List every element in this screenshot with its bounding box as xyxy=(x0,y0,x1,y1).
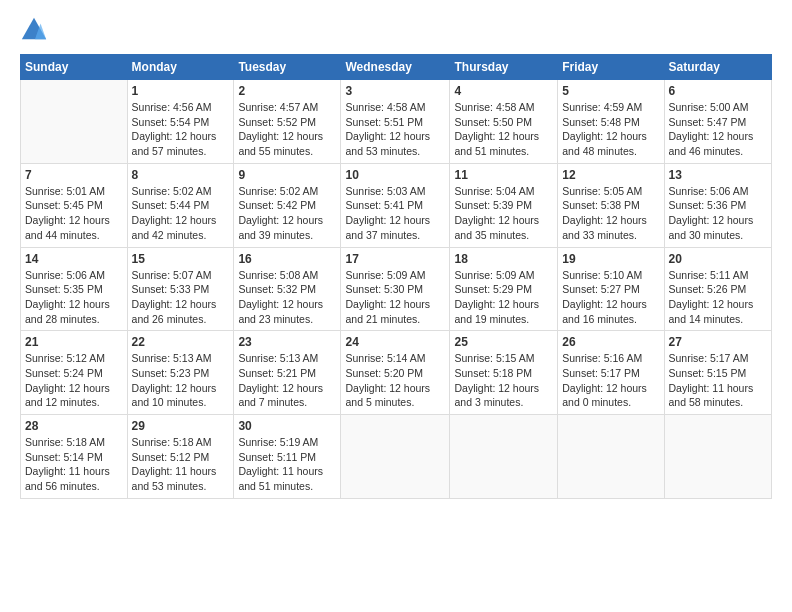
day-number: 25 xyxy=(454,335,553,349)
calendar-cell: 13Sunrise: 5:06 AM Sunset: 5:36 PM Dayli… xyxy=(664,163,771,247)
calendar-cell xyxy=(450,415,558,499)
calendar-cell: 7Sunrise: 5:01 AM Sunset: 5:45 PM Daylig… xyxy=(21,163,128,247)
day-info: Sunrise: 5:07 AM Sunset: 5:33 PM Dayligh… xyxy=(132,268,230,327)
day-info: Sunrise: 5:01 AM Sunset: 5:45 PM Dayligh… xyxy=(25,184,123,243)
logo-icon xyxy=(20,16,48,44)
calendar-cell: 23Sunrise: 5:13 AM Sunset: 5:21 PM Dayli… xyxy=(234,331,341,415)
calendar-week-row: 21Sunrise: 5:12 AM Sunset: 5:24 PM Dayli… xyxy=(21,331,772,415)
day-number: 29 xyxy=(132,419,230,433)
day-number: 1 xyxy=(132,84,230,98)
day-number: 9 xyxy=(238,168,336,182)
day-info: Sunrise: 5:19 AM Sunset: 5:11 PM Dayligh… xyxy=(238,435,336,494)
page: SundayMondayTuesdayWednesdayThursdayFrid… xyxy=(0,0,792,612)
day-number: 30 xyxy=(238,419,336,433)
calendar-cell: 5Sunrise: 4:59 AM Sunset: 5:48 PM Daylig… xyxy=(558,80,664,164)
calendar-week-row: 28Sunrise: 5:18 AM Sunset: 5:14 PM Dayli… xyxy=(21,415,772,499)
day-number: 2 xyxy=(238,84,336,98)
day-info: Sunrise: 5:18 AM Sunset: 5:14 PM Dayligh… xyxy=(25,435,123,494)
calendar-cell: 24Sunrise: 5:14 AM Sunset: 5:20 PM Dayli… xyxy=(341,331,450,415)
day-number: 14 xyxy=(25,252,123,266)
day-info: Sunrise: 5:02 AM Sunset: 5:42 PM Dayligh… xyxy=(238,184,336,243)
calendar-cell: 9Sunrise: 5:02 AM Sunset: 5:42 PM Daylig… xyxy=(234,163,341,247)
calendar-week-row: 14Sunrise: 5:06 AM Sunset: 5:35 PM Dayli… xyxy=(21,247,772,331)
day-info: Sunrise: 5:05 AM Sunset: 5:38 PM Dayligh… xyxy=(562,184,659,243)
calendar-table: SundayMondayTuesdayWednesdayThursdayFrid… xyxy=(20,54,772,499)
calendar-cell: 22Sunrise: 5:13 AM Sunset: 5:23 PM Dayli… xyxy=(127,331,234,415)
calendar-cell: 21Sunrise: 5:12 AM Sunset: 5:24 PM Dayli… xyxy=(21,331,128,415)
calendar-cell: 28Sunrise: 5:18 AM Sunset: 5:14 PM Dayli… xyxy=(21,415,128,499)
day-info: Sunrise: 5:18 AM Sunset: 5:12 PM Dayligh… xyxy=(132,435,230,494)
day-number: 16 xyxy=(238,252,336,266)
calendar-cell: 29Sunrise: 5:18 AM Sunset: 5:12 PM Dayli… xyxy=(127,415,234,499)
day-info: Sunrise: 5:09 AM Sunset: 5:29 PM Dayligh… xyxy=(454,268,553,327)
header xyxy=(20,16,772,44)
day-info: Sunrise: 5:17 AM Sunset: 5:15 PM Dayligh… xyxy=(669,351,767,410)
calendar-cell: 30Sunrise: 5:19 AM Sunset: 5:11 PM Dayli… xyxy=(234,415,341,499)
calendar-day-header: Thursday xyxy=(450,55,558,80)
calendar-cell: 26Sunrise: 5:16 AM Sunset: 5:17 PM Dayli… xyxy=(558,331,664,415)
calendar-day-header: Friday xyxy=(558,55,664,80)
day-number: 6 xyxy=(669,84,767,98)
calendar-cell: 20Sunrise: 5:11 AM Sunset: 5:26 PM Dayli… xyxy=(664,247,771,331)
calendar-cell: 8Sunrise: 5:02 AM Sunset: 5:44 PM Daylig… xyxy=(127,163,234,247)
calendar-day-header: Tuesday xyxy=(234,55,341,80)
day-number: 28 xyxy=(25,419,123,433)
calendar-cell: 12Sunrise: 5:05 AM Sunset: 5:38 PM Dayli… xyxy=(558,163,664,247)
calendar-cell: 18Sunrise: 5:09 AM Sunset: 5:29 PM Dayli… xyxy=(450,247,558,331)
calendar-week-row: 1Sunrise: 4:56 AM Sunset: 5:54 PM Daylig… xyxy=(21,80,772,164)
day-number: 3 xyxy=(345,84,445,98)
day-info: Sunrise: 5:04 AM Sunset: 5:39 PM Dayligh… xyxy=(454,184,553,243)
day-info: Sunrise: 5:08 AM Sunset: 5:32 PM Dayligh… xyxy=(238,268,336,327)
day-number: 8 xyxy=(132,168,230,182)
calendar-header-row: SundayMondayTuesdayWednesdayThursdayFrid… xyxy=(21,55,772,80)
day-info: Sunrise: 5:06 AM Sunset: 5:35 PM Dayligh… xyxy=(25,268,123,327)
logo xyxy=(20,16,52,44)
calendar-cell: 6Sunrise: 5:00 AM Sunset: 5:47 PM Daylig… xyxy=(664,80,771,164)
calendar-cell: 4Sunrise: 4:58 AM Sunset: 5:50 PM Daylig… xyxy=(450,80,558,164)
day-number: 27 xyxy=(669,335,767,349)
calendar-cell: 3Sunrise: 4:58 AM Sunset: 5:51 PM Daylig… xyxy=(341,80,450,164)
day-number: 23 xyxy=(238,335,336,349)
day-info: Sunrise: 5:13 AM Sunset: 5:23 PM Dayligh… xyxy=(132,351,230,410)
day-number: 11 xyxy=(454,168,553,182)
day-info: Sunrise: 5:02 AM Sunset: 5:44 PM Dayligh… xyxy=(132,184,230,243)
calendar-cell: 1Sunrise: 4:56 AM Sunset: 5:54 PM Daylig… xyxy=(127,80,234,164)
day-info: Sunrise: 5:10 AM Sunset: 5:27 PM Dayligh… xyxy=(562,268,659,327)
calendar-cell xyxy=(558,415,664,499)
day-number: 20 xyxy=(669,252,767,266)
day-info: Sunrise: 5:13 AM Sunset: 5:21 PM Dayligh… xyxy=(238,351,336,410)
day-info: Sunrise: 4:56 AM Sunset: 5:54 PM Dayligh… xyxy=(132,100,230,159)
day-info: Sunrise: 5:09 AM Sunset: 5:30 PM Dayligh… xyxy=(345,268,445,327)
calendar-cell: 2Sunrise: 4:57 AM Sunset: 5:52 PM Daylig… xyxy=(234,80,341,164)
day-info: Sunrise: 5:11 AM Sunset: 5:26 PM Dayligh… xyxy=(669,268,767,327)
calendar-day-header: Monday xyxy=(127,55,234,80)
calendar-cell xyxy=(664,415,771,499)
day-info: Sunrise: 5:00 AM Sunset: 5:47 PM Dayligh… xyxy=(669,100,767,159)
calendar-cell: 27Sunrise: 5:17 AM Sunset: 5:15 PM Dayli… xyxy=(664,331,771,415)
calendar-cell: 10Sunrise: 5:03 AM Sunset: 5:41 PM Dayli… xyxy=(341,163,450,247)
day-number: 13 xyxy=(669,168,767,182)
day-number: 26 xyxy=(562,335,659,349)
day-info: Sunrise: 4:58 AM Sunset: 5:51 PM Dayligh… xyxy=(345,100,445,159)
day-info: Sunrise: 5:14 AM Sunset: 5:20 PM Dayligh… xyxy=(345,351,445,410)
day-number: 18 xyxy=(454,252,553,266)
day-number: 22 xyxy=(132,335,230,349)
day-info: Sunrise: 5:06 AM Sunset: 5:36 PM Dayligh… xyxy=(669,184,767,243)
calendar-cell: 15Sunrise: 5:07 AM Sunset: 5:33 PM Dayli… xyxy=(127,247,234,331)
calendar-week-row: 7Sunrise: 5:01 AM Sunset: 5:45 PM Daylig… xyxy=(21,163,772,247)
day-info: Sunrise: 4:59 AM Sunset: 5:48 PM Dayligh… xyxy=(562,100,659,159)
calendar-cell: 16Sunrise: 5:08 AM Sunset: 5:32 PM Dayli… xyxy=(234,247,341,331)
calendar-day-header: Sunday xyxy=(21,55,128,80)
day-number: 12 xyxy=(562,168,659,182)
calendar-cell: 14Sunrise: 5:06 AM Sunset: 5:35 PM Dayli… xyxy=(21,247,128,331)
day-number: 7 xyxy=(25,168,123,182)
day-info: Sunrise: 5:12 AM Sunset: 5:24 PM Dayligh… xyxy=(25,351,123,410)
day-info: Sunrise: 4:57 AM Sunset: 5:52 PM Dayligh… xyxy=(238,100,336,159)
day-number: 24 xyxy=(345,335,445,349)
day-info: Sunrise: 5:16 AM Sunset: 5:17 PM Dayligh… xyxy=(562,351,659,410)
day-number: 19 xyxy=(562,252,659,266)
day-info: Sunrise: 4:58 AM Sunset: 5:50 PM Dayligh… xyxy=(454,100,553,159)
day-number: 15 xyxy=(132,252,230,266)
calendar-cell xyxy=(21,80,128,164)
calendar-day-header: Wednesday xyxy=(341,55,450,80)
